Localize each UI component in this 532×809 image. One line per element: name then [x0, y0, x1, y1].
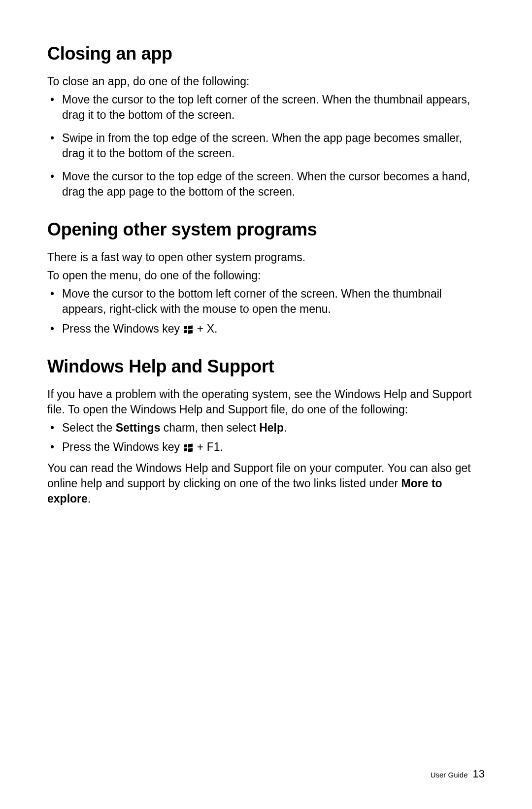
bold-text: Settings [116, 421, 161, 434]
list-item: Press the Windows key + F1. [47, 439, 485, 455]
list-item: Move the cursor to the top edge of the s… [47, 169, 485, 200]
list-item: Move the cursor to the top left corner o… [47, 92, 485, 123]
bold-text: Help [259, 421, 284, 434]
bullet-list: Move the cursor to the top left corner o… [47, 92, 485, 200]
bullet-list: Move the cursor to the bottom left corne… [47, 286, 485, 336]
section-heading: Opening other system programs [47, 219, 485, 240]
body-text: If you have a problem with the operating… [47, 387, 485, 417]
body-text: To open the menu, do one of the followin… [47, 268, 485, 283]
windows-key-icon [184, 326, 193, 334]
section-heading: Windows Help and Support [47, 356, 485, 377]
section-heading: Closing an app [47, 43, 485, 64]
list-item: Press the Windows key + X. [47, 321, 485, 337]
body-text: You can read the Windows Help and Suppor… [47, 461, 485, 506]
bullet-list: Select the Settings charm, then select H… [47, 420, 485, 455]
body-text: To close an app, do one of the following… [47, 74, 485, 89]
page-number: 13 [473, 768, 485, 780]
page-footer: User Guide13 [431, 768, 485, 780]
bold-text: More to explore [47, 477, 442, 505]
list-item: Select the Settings charm, then select H… [47, 420, 485, 436]
footer-label: User Guide [431, 771, 468, 779]
body-text: There is a fast way to open other system… [47, 250, 485, 265]
document-page: Closing an app To close an app, do one o… [0, 0, 532, 809]
list-item: Swipe in from the top edge of the screen… [47, 131, 485, 161]
list-item: Move the cursor to the bottom left corne… [47, 286, 485, 317]
windows-key-icon [184, 444, 193, 452]
